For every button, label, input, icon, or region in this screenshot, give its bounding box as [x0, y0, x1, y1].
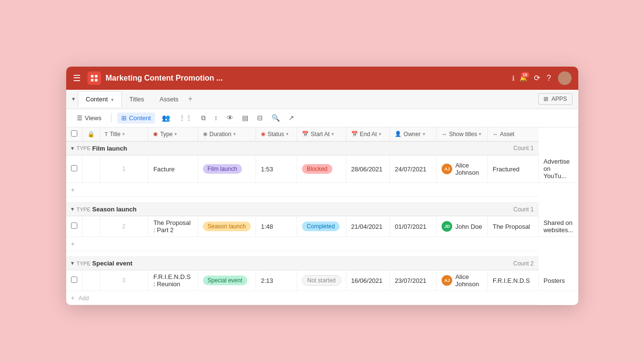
add-row-film[interactable]: +	[66, 183, 578, 197]
row3-show-titles: F.R.I.E.N.D.S	[487, 270, 538, 291]
group-special-chevron[interactable]: ▾	[71, 260, 74, 266]
owner-avatar: AJ	[442, 164, 452, 174]
status-sort-icon: ▾	[286, 131, 288, 137]
tabs-chevron[interactable]: ▾	[72, 96, 75, 102]
row3-asset: Posters	[539, 270, 578, 291]
hamburger-icon[interactable]: ☰	[73, 73, 81, 84]
row1-num: 1	[100, 155, 148, 183]
status-badge: Completed	[302, 222, 340, 231]
add-icon[interactable]: +	[71, 240, 75, 248]
help-icon[interactable]: ?	[547, 74, 551, 83]
col-duration[interactable]: ◉ Duration ▾	[198, 127, 256, 141]
row1-status[interactable]: Blocked	[297, 155, 346, 183]
rows-icon[interactable]: ▤	[240, 112, 250, 124]
add-tab-button[interactable]: +	[188, 95, 192, 103]
row3-type[interactable]: Special event	[198, 270, 256, 291]
dots-icon[interactable]: ⋮⋮	[177, 112, 194, 124]
row3-checkbox[interactable]	[66, 270, 83, 291]
people-icon[interactable]: 👥	[160, 112, 172, 124]
apps-button[interactable]: ⊞ APPS	[538, 93, 572, 105]
add-row-season[interactable]: +	[66, 237, 578, 251]
add-icon[interactable]: +	[71, 186, 75, 194]
table-row: 1 Facture Film launch 1:53 Blocked 28/06…	[66, 155, 578, 183]
list-icon: ☰	[77, 114, 83, 122]
col-checkbox[interactable]	[66, 127, 83, 141]
group-special-event: ▾ TYPE Special event Count 2	[66, 257, 578, 270]
tab-titles[interactable]: Titles	[122, 92, 152, 107]
filter-icon[interactable]: ⧉	[199, 112, 208, 124]
toolbar-separator	[111, 113, 112, 123]
svg-rect-1	[95, 75, 97, 77]
row1-asset: Advertise on YouTu...	[539, 155, 578, 183]
history-icon[interactable]: ⟳	[534, 73, 540, 83]
col-owner[interactable]: 👤 Owner ▾	[390, 127, 437, 141]
search-icon[interactable]: 🔍	[270, 112, 282, 124]
svg-rect-0	[91, 75, 93, 77]
row2-asset: Shared on websites...	[539, 216, 578, 237]
row3-title[interactable]: F.R.I.E.N.D.S : Reunion	[148, 270, 198, 291]
views-button[interactable]: ☰ Views	[73, 112, 105, 124]
group-spacer-2	[66, 251, 578, 257]
notification-button[interactable]: 🔔 15	[519, 74, 527, 82]
status-badge: Blocked	[302, 164, 332, 174]
col-title[interactable]: T Title ▾	[100, 127, 148, 141]
group-film-chevron[interactable]: ▾	[71, 145, 74, 152]
row3-num: 3	[100, 270, 148, 291]
row1-title[interactable]: Facture	[148, 155, 198, 183]
row2-status[interactable]: Completed	[297, 216, 346, 237]
owner-avatar: AJ	[442, 275, 452, 286]
toolbar: ☰ Views ⊞ Content 👥 ⋮⋮ ⧉ ↕ 👁 ▤ ⊟ 🔍 ↗	[66, 109, 578, 127]
add-label: Add	[79, 295, 89, 302]
table-row: 2 The Proposal : Part 2 Season launch 1:…	[66, 216, 578, 237]
tab-content[interactable]: Content ▾	[78, 91, 122, 107]
start-type-icon: 📅	[302, 131, 309, 137]
col-start-at[interactable]: 📅 Start At ▾	[297, 127, 346, 141]
group-season-chevron[interactable]: ▾	[71, 206, 74, 212]
info-icon[interactable]: ℹ	[512, 74, 515, 82]
row2-checkbox[interactable]	[66, 216, 83, 237]
row3-status[interactable]: Not started	[297, 270, 346, 291]
group-spacer-1	[66, 197, 578, 203]
row2-start: 21/04/2021	[346, 216, 390, 237]
tab-assets[interactable]: Assets	[152, 92, 186, 107]
add-row-special[interactable]: + Add	[66, 291, 578, 305]
content-view-button[interactable]: ⊞ Content	[117, 112, 155, 124]
row3-start: 16/06/2021	[346, 270, 390, 291]
share-icon[interactable]: ↗	[286, 112, 296, 124]
col-asset[interactable]: ↔ Asset	[487, 127, 538, 141]
row1-duration: 1:53	[256, 155, 297, 183]
group-film-launch: ▾ TYPE Film launch Count 1	[66, 141, 578, 155]
apps-icon: ⊞	[544, 96, 548, 102]
col-status[interactable]: ◉ Status ▾	[256, 127, 297, 141]
row2-type[interactable]: Season launch	[198, 216, 256, 237]
type-type-icon: ◉	[153, 131, 158, 137]
app-logo	[87, 71, 101, 85]
start-sort-icon: ▾	[331, 131, 334, 137]
col-show-titles[interactable]: ↔ Show titles ▾	[437, 127, 487, 141]
grid-icon: ⊞	[121, 114, 127, 122]
row1-show-titles: Fractured	[487, 155, 538, 183]
avatar[interactable]	[558, 71, 572, 85]
col-type[interactable]: ◉ Type ▾	[148, 127, 198, 141]
row1-checkbox[interactable]	[66, 155, 83, 183]
eye-icon[interactable]: 👁	[225, 112, 235, 124]
row2-end: 01/07/2021	[390, 216, 437, 237]
row3-end: 23/07/2021	[390, 270, 437, 291]
row1-start: 28/06/2021	[346, 155, 390, 183]
row2-title[interactable]: The Proposal : Part 2	[148, 216, 198, 237]
type-badge: Season launch	[203, 222, 251, 231]
col-end-at[interactable]: 📅 End At ▾	[346, 127, 390, 141]
show-type-icon: ↔	[442, 131, 447, 137]
row3-duration: 2:13	[256, 270, 297, 291]
row3-owner: AJ Alice Johnson	[437, 270, 487, 291]
notification-badge: 15	[521, 72, 530, 78]
title-type-icon: T	[105, 131, 108, 137]
owner-type-icon: 👤	[395, 131, 401, 137]
add-icon[interactable]: +	[71, 294, 75, 302]
app-header: ☰ Marketing Content Promotion ... ℹ 🔔 15…	[66, 67, 578, 90]
owner-avatar: JD	[442, 221, 452, 232]
table-icon[interactable]: ⊟	[255, 112, 265, 124]
row1-type[interactable]: Film launch	[198, 155, 256, 183]
data-table: 🔒 T Title ▾ ◉ Type ▾	[66, 127, 578, 306]
sort-icon[interactable]: ↕	[213, 112, 220, 124]
